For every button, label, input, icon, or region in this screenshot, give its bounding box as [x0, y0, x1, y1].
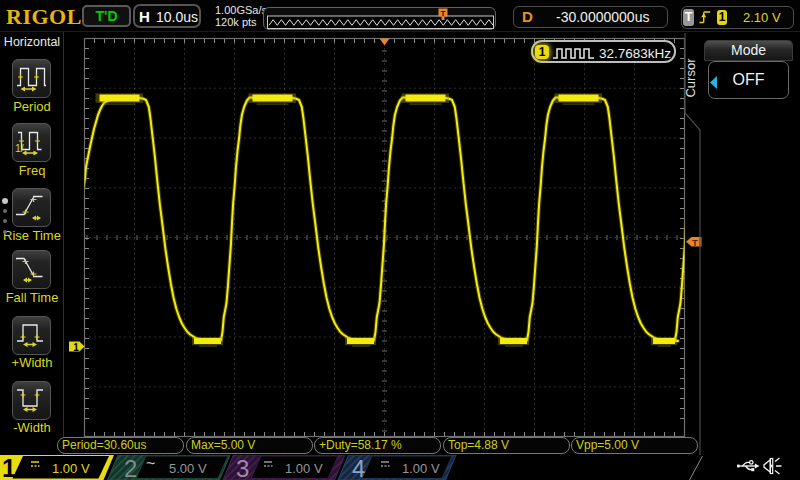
- svg-text:1.00 V: 1.00 V: [402, 461, 440, 476]
- svg-text:4: 4: [352, 455, 365, 480]
- svg-text:3: 3: [236, 455, 249, 480]
- svg-text:~: ~: [146, 455, 155, 472]
- svg-text:1: 1: [2, 455, 16, 480]
- svg-text:5.00 V: 5.00 V: [169, 461, 207, 476]
- svg-text:1.00 V: 1.00 V: [285, 461, 323, 476]
- svg-text:1.00 V: 1.00 V: [52, 461, 90, 476]
- svg-text:2: 2: [124, 455, 137, 480]
